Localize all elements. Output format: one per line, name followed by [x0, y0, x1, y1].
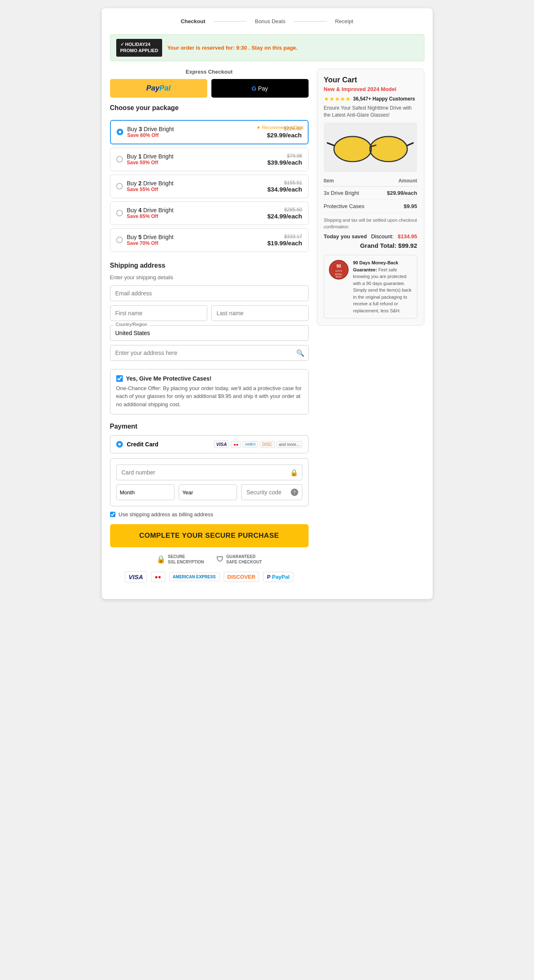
package-buy1[interactable]: Buy 1 Drive Bright Save 50% Off $79.98 $… [110, 148, 309, 171]
shipping-section: Shipping address Enter your shipping det… [110, 262, 309, 361]
package-buy5[interactable]: Buy 5 Drive Bright Save 70% Off $333.17 … [110, 228, 309, 252]
package-buy3[interactable]: ★ Recommended Deal Buy 3 Drive Bright Sa… [110, 120, 309, 144]
package-row-buy4: Buy 4 Drive Bright Save 65% Off $285.60 … [116, 207, 302, 220]
package-row-buy2: Buy 2 Drive Bright Save 55% Off $155.51 … [116, 180, 302, 193]
guarantee-body: Feel safe knowing you are protected with… [353, 267, 412, 313]
payment-section: Payment Credit Card VISA ●● AMEX DISC an… [110, 423, 309, 582]
pkg-name-buy5: Buy 5 Drive Bright [127, 234, 263, 240]
cart-table: Item Amount 3x Drive Bright $29.99/each … [324, 178, 417, 213]
payment-title: Payment [110, 423, 309, 430]
cart-item-amount-1: $29.99/each [377, 187, 417, 200]
address-search-icon: 🔍 [296, 349, 304, 357]
pkg-radio-buy4 [116, 210, 123, 216]
pkg-save-buy2: Save 55% Off [127, 187, 263, 192]
total-amount: $99.92 [398, 242, 417, 249]
complete-purchase-button[interactable]: COMPLETE YOUR SECURE PURCHASE [110, 524, 309, 547]
country-group: Country/Region United States [110, 325, 309, 341]
shipping-title: Shipping address [110, 262, 309, 269]
pkg-radio-buy2 [116, 183, 123, 189]
progress-bar: Checkout Bonus Deals Receipt [110, 17, 424, 26]
upsell-header: Yes, Give Me Protective Cases! [116, 375, 302, 382]
gpay-button[interactable]: G Pay [211, 79, 309, 98]
saved-label: Today you saved [324, 233, 367, 240]
discount-amount: $134.95 [398, 233, 417, 240]
svg-text:BACK: BACK [336, 276, 342, 278]
pkg-name-buy2: Buy 2 Drive Bright [127, 180, 263, 187]
email-input[interactable] [110, 285, 309, 301]
express-checkout-section: Express Checkout PayPal G Pay [110, 69, 309, 98]
pkg-info-buy3: Buy 3 Drive Bright Save 60% Off [127, 126, 263, 138]
package-section-title: Choose your package [110, 104, 309, 112]
name-row [110, 305, 309, 321]
guarantee-box: 90 DAYS MONEY BACK 90 Days Money-Back Gu… [324, 255, 417, 319]
upsell-checkbox[interactable] [116, 375, 123, 382]
first-name-input[interactable] [110, 305, 207, 321]
pkg-radio-buy5 [116, 237, 123, 243]
pkg-new-price-buy5: $19.99/each [267, 240, 302, 247]
promo-badge-line2: PROMO APPLIED [120, 48, 158, 54]
right-column: Your Cart New & Improved 2024 Model ★★★★… [317, 69, 424, 591]
ssl-lock-icon: 🔒 [156, 555, 165, 564]
credit-card-option[interactable]: Credit Card VISA ●● AMEX DISC and more..… [110, 435, 309, 453]
main-layout: Express Checkout PayPal G Pay Choose you… [110, 69, 424, 591]
page-wrapper: Checkout Bonus Deals Receipt ✓ HOLIDAY24… [102, 8, 433, 599]
cart-item-name-2: Protective Cases [324, 200, 378, 213]
billing-checkbox-label: Use shipping address as billing address [119, 511, 213, 518]
last-name-input[interactable] [211, 305, 309, 321]
billing-checkbox-row: Use shipping address as billing address [110, 511, 309, 518]
pkg-name-buy4: Buy 4 Drive Bright [127, 207, 263, 213]
step-checkout: Checkout [177, 17, 208, 26]
progress-line-1 [213, 21, 247, 22]
shipping-subtext: Enter your shipping details [110, 274, 309, 280]
step-receipt: Receipt [332, 17, 357, 26]
card-fields: 🔒 Month 010203 040506 070809 101112 Year [110, 458, 309, 506]
security-code-wrap: ? [241, 484, 302, 500]
pkg-price-buy1: $79.98 $39.99/each [267, 153, 302, 166]
safe-checkout-badge: 🛡 GUARANTEED SAFE CHECKOUT [216, 554, 262, 565]
promo-badge: ✓ HOLIDAY24 PROMO APPLIED [116, 39, 163, 57]
cart-description: Ensure Your Safest Nighttime Drive with … [324, 105, 417, 119]
billing-checkbox[interactable] [110, 512, 115, 517]
pkg-save-buy3: Save 60% Off [127, 132, 263, 138]
month-select[interactable]: Month 010203 040506 070809 101112 [116, 484, 175, 500]
discover-logo: DISCOVER [224, 572, 259, 582]
package-row-buy5: Buy 5 Drive Bright Save 70% Off $333.17 … [116, 234, 302, 247]
upsell-box: Yes, Give Me Protective Cases! One-Chanc… [110, 369, 309, 415]
credit-card-label: Credit Card [127, 441, 210, 448]
package-row-buy1: Buy 1 Drive Bright Save 50% Off $79.98 $… [116, 153, 302, 166]
package-buy4[interactable]: Buy 4 Drive Bright Save 65% Off $285.60 … [110, 201, 309, 225]
country-select[interactable]: United States [110, 325, 309, 341]
pkg-save-buy1: Save 50% Off [127, 160, 263, 165]
express-checkout-buttons: PayPal G Pay [110, 79, 309, 98]
svg-text:DAYS: DAYS [335, 270, 342, 272]
guarantee-badge-icon: 90 DAYS MONEY BACK [328, 259, 349, 280]
cart-item-amount-2: $9.95 [377, 200, 417, 213]
more-cards-label: and more... [276, 441, 302, 448]
mastercard-logo: ●● [151, 572, 165, 582]
pkg-save-buy5: Save 70% Off [127, 240, 263, 246]
year-select[interactable]: Year 202420252026 2027202820292030 [179, 484, 237, 500]
ssl-badge: 🔒 SECURE SSL ENCRYPTION [156, 554, 204, 565]
pkg-old-price-buy2: $155.51 [267, 180, 302, 186]
card-number-input[interactable] [116, 465, 302, 480]
visa-logo: VISA [125, 571, 147, 582]
product-image [324, 122, 417, 172]
ssl-badge-text: SECURE SSL ENCRYPTION [168, 554, 204, 565]
pkg-new-price-buy1: $39.99/each [267, 159, 302, 166]
cart-subtitle: New & Improved 2024 Model [324, 86, 417, 92]
cart-col-amount: Amount [377, 178, 417, 187]
visa-icon: VISA [214, 441, 230, 448]
pkg-name-buy1: Buy 1 Drive Bright [127, 153, 263, 160]
promo-suffix: . Stay on this page. [249, 45, 297, 51]
security-help-icon[interactable]: ? [291, 489, 298, 496]
address-input[interactable] [110, 345, 309, 361]
total-label: Grand Total: [360, 242, 396, 249]
package-buy2[interactable]: Buy 2 Drive Bright Save 55% Off $155.51 … [110, 175, 309, 198]
upsell-title: Yes, Give Me Protective Cases! [126, 375, 212, 382]
pkg-info-buy4: Buy 4 Drive Bright Save 65% Off [127, 207, 263, 219]
paypal-button[interactable]: PayPal [110, 79, 207, 98]
cart-item-name-1: 3x Drive Bright [324, 187, 378, 200]
cart-total: Grand Total: $99.92 [324, 242, 417, 249]
step-bonus: Bonus Deals [251, 17, 289, 26]
address-wrap: 🔍 [110, 345, 309, 361]
